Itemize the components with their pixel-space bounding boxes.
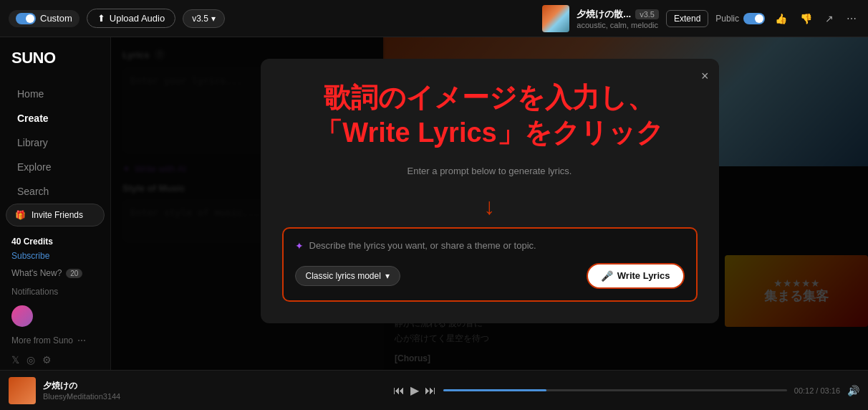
chevron-down-icon: ▾ — [385, 271, 390, 281]
track-title-top: 夕焼けの散... v3.5 — [577, 8, 659, 21]
whats-new-badge: 20 — [66, 269, 82, 278]
gift-icon: 🎁 — [15, 210, 26, 220]
annotation-text: 歌詞のイメージを入力し、 「Write Lyrics」をクリック — [315, 80, 663, 151]
sidebar-item-explore[interactable]: Explore — [6, 156, 105, 178]
time-display: 00:12 / 03:16 — [794, 386, 840, 395]
more-icon: ⋯ — [77, 335, 86, 345]
lyrics-input-box: ✦ Describe the lyrics you want, or share… — [282, 227, 698, 302]
volume-icon[interactable]: 🔊 — [847, 385, 859, 396]
write-lyrics-button[interactable]: 🎤 Write Lyrics — [587, 263, 685, 289]
whats-new[interactable]: What's New? 20 — [6, 262, 105, 284]
upload-icon: ⬆ — [97, 13, 105, 24]
bottom-player: 夕焼けの BluesyMeditation3144 ⏮ ▶ ⏭ 00:12 / … — [0, 370, 868, 410]
track-info-bar: 夕焼けの散... v3.5 acoustic, calm, melodic Ex… — [542, 5, 859, 32]
like-button[interactable]: 👍 — [772, 10, 790, 27]
prompt-sparkle-icon: ✦ — [295, 240, 304, 252]
mic-icon: 🎤 — [601, 270, 613, 282]
tiktok-icon[interactable]: ◎ — [26, 354, 35, 366]
modal-subtitle: Enter a prompt below to generate lyrics. — [408, 166, 572, 176]
classic-model-label: Classic lyrics model — [306, 271, 381, 281]
subscribe-link[interactable]: Subscribe — [6, 249, 105, 262]
chevron-down-icon: ▾ — [211, 14, 216, 24]
arrow-down-icon: ↓ — [484, 194, 496, 220]
player-controls: ⏮ ▶ ⏭ — [393, 383, 436, 397]
invite-friends-button[interactable]: 🎁 Invite Friends — [6, 204, 105, 227]
version-label: v3.5 — [192, 14, 208, 24]
progress-bar[interactable] — [443, 389, 786, 391]
track-version-badge: v3.5 — [635, 9, 659, 19]
lyrics-prompt-area[interactable]: ✦ Describe the lyrics you want, or share… — [295, 240, 685, 252]
sidebar: SUNO Home Create Library Explore Search … — [0, 37, 111, 370]
lyrics-input-actions: Classic lyrics model ▾ 🎤 Write Lyrics — [295, 263, 685, 289]
classic-model-button[interactable]: Classic lyrics model ▾ — [295, 266, 400, 286]
main-layout: SUNO Home Create Library Explore Search … — [0, 37, 868, 370]
write-lyrics-label: Write Lyrics — [617, 270, 670, 281]
prev-button[interactable]: ⏮ — [393, 384, 405, 397]
more-from-suno-label: More from Suno — [11, 335, 73, 345]
track-thumb-image — [542, 5, 569, 32]
time-current: 00:12 — [794, 386, 814, 395]
public-toggle-switch[interactable] — [743, 13, 765, 24]
modal-close-button[interactable]: × — [701, 69, 709, 84]
custom-toggle-switch[interactable] — [16, 13, 36, 24]
sidebar-item-create[interactable]: Create — [6, 107, 105, 130]
dislike-button[interactable]: 👎 — [797, 10, 815, 27]
player-artist: BluesyMeditation3144 — [43, 392, 386, 401]
credits-info: 40 Credits — [6, 234, 105, 249]
avatar-row[interactable] — [6, 300, 105, 333]
player-title: 夕焼けの — [43, 380, 386, 392]
sidebar-item-search[interactable]: Search — [6, 180, 105, 203]
public-label: Public — [715, 14, 739, 24]
credits-count: 40 Credits — [11, 237, 53, 247]
player-info: 夕焼けの BluesyMeditation3144 — [43, 380, 386, 401]
track-name: 夕焼けの散... — [577, 8, 631, 21]
app-logo: SUNO — [0, 49, 110, 82]
x-icon[interactable]: 𝕏 — [11, 354, 19, 366]
track-title-info: 夕焼けの散... v3.5 acoustic, calm, melodic — [577, 8, 659, 29]
avatar — [11, 305, 33, 327]
sidebar-item-home[interactable]: Home — [6, 82, 105, 105]
lyrics-prompt-placeholder: Describe the lyrics you want, or share a… — [309, 240, 536, 251]
sidebar-item-library[interactable]: Library — [6, 131, 105, 154]
upload-audio-label: Upload Audio — [110, 13, 165, 24]
annotation-line1: 歌詞のイメージを入力し、 — [315, 80, 663, 115]
more-from-suno[interactable]: More from Suno ⋯ — [6, 333, 105, 348]
social-icons: 𝕏 ◎ ⚙ — [6, 348, 105, 370]
public-toggle-area: Public — [715, 13, 765, 24]
lyrics-modal: × 歌詞のイメージを入力し、 「Write Lyrics」をクリック Enter… — [261, 59, 719, 323]
notifications-item[interactable]: Notifications — [6, 284, 105, 300]
invite-label: Invite Friends — [32, 210, 83, 220]
more-button[interactable]: ⋯ — [844, 10, 859, 27]
next-button[interactable]: ⏭ — [425, 384, 436, 397]
track-thumbnail — [542, 5, 569, 32]
top-bar: Custom ⬆ Upload Audio v3.5 ▾ 夕焼けの散... v3… — [0, 0, 868, 37]
version-button[interactable]: v3.5 ▾ — [183, 9, 225, 28]
player-thumbnail — [9, 377, 36, 404]
modal-overlay: × 歌詞のイメージを入力し、 「Write Lyrics」をクリック Enter… — [111, 37, 868, 370]
time-total: 03:16 — [820, 386, 840, 395]
share-button[interactable]: ↗ — [822, 10, 836, 27]
upload-audio-button[interactable]: ⬆ Upload Audio — [87, 9, 175, 28]
top-bar-left: Custom ⬆ Upload Audio v3.5 ▾ — [9, 9, 535, 28]
extend-button[interactable]: Extend — [666, 10, 708, 27]
progress-fill — [443, 389, 546, 391]
play-button[interactable]: ▶ — [410, 383, 419, 397]
sidebar-bottom: 🎁 Invite Friends 40 Credits Subscribe Wh… — [0, 204, 110, 370]
custom-label: Custom — [40, 13, 72, 24]
whats-new-label: What's New? — [11, 268, 62, 278]
discord-icon[interactable]: ⚙ — [42, 354, 52, 366]
main-content: Lyrics ? ✦ Write with AI Style of Music … — [111, 37, 868, 370]
annotation-line2: 「Write Lyrics」をクリック — [315, 115, 663, 151]
track-tags: acoustic, calm, melodic — [577, 21, 659, 29]
custom-toggle[interactable]: Custom — [9, 10, 79, 27]
